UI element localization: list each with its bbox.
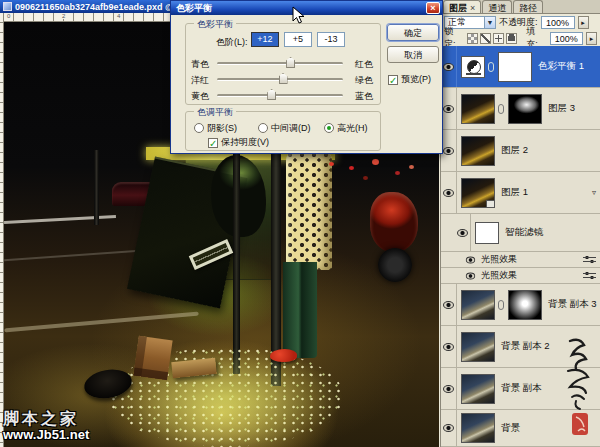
visibility-cell[interactable]	[455, 214, 471, 251]
visibility-cell[interactable]	[441, 410, 457, 446]
ok-button[interactable]: 确定	[387, 24, 439, 41]
tab-label: 图层	[449, 3, 467, 13]
visibility-cell[interactable]	[441, 368, 457, 409]
preview-checkbox[interactable]: ✓预览(P)	[388, 73, 431, 86]
effect-name[interactable]: 光照效果	[481, 253, 517, 266]
tab-layers[interactable]: 图层×	[443, 0, 481, 13]
layer-row-layer-1[interactable]: 图层 1 ▿	[441, 172, 600, 214]
tab-close-icon[interactable]: ×	[470, 3, 475, 13]
layer-mask-thumbnail[interactable]	[508, 290, 542, 320]
lock-all-icon[interactable]	[506, 33, 517, 44]
radio-icon[interactable]	[258, 123, 268, 133]
cancel-button[interactable]: 取消	[387, 46, 439, 63]
layer-name[interactable]: 图层 3	[548, 102, 575, 115]
visibility-cell[interactable]	[441, 284, 457, 325]
eye-icon[interactable]	[457, 229, 468, 237]
layer-thumbnail[interactable]	[461, 94, 495, 124]
radio-midtones[interactable]: 中间调(D)	[258, 122, 311, 135]
tab-label: 路径	[519, 3, 537, 13]
layer-name[interactable]: 背景	[501, 422, 520, 435]
eye-icon[interactable]	[443, 105, 454, 113]
radio-icon[interactable]	[324, 123, 334, 133]
lock-paint-icon[interactable]	[480, 33, 491, 44]
level-input-magenta-green[interactable]: +5	[284, 32, 312, 47]
tab-channels[interactable]: 通道	[482, 0, 512, 13]
checkbox-icon[interactable]: ✓	[388, 75, 398, 85]
layer-row-background-copy-3[interactable]: 背景 副本 3	[441, 284, 600, 326]
layer-thumbnail[interactable]	[461, 178, 495, 208]
slider-left-label: 黄色	[191, 90, 209, 103]
eye-icon[interactable]	[443, 424, 454, 432]
layer-row-background[interactable]: 背景	[441, 410, 600, 447]
tab-paths[interactable]: 路径	[513, 0, 543, 13]
layer-row-background-copy-2[interactable]: 背景 副本 2	[441, 326, 600, 368]
slider-track[interactable]	[217, 94, 343, 97]
layer-name[interactable]: 背景 副本	[501, 382, 542, 395]
eye-icon[interactable]	[443, 189, 454, 197]
radio-highlights[interactable]: 高光(H)	[324, 122, 368, 135]
level-input-yellow-blue[interactable]: -13	[317, 32, 345, 47]
radio-shadows[interactable]: 阴影(S)	[194, 122, 237, 135]
slider-track[interactable]	[217, 62, 343, 65]
tail-lights	[329, 162, 334, 166]
ruler-label: 2	[61, 13, 66, 19]
eye-icon[interactable]	[466, 256, 475, 263]
effect-row-lighting-effects[interactable]: 光照效果	[441, 252, 600, 268]
dialog-titlebar[interactable]: 色彩平衡 ×	[171, 1, 442, 15]
visibility-cell[interactable]	[441, 326, 457, 367]
effect-name[interactable]: 光照效果	[481, 269, 517, 282]
radio-icon[interactable]	[194, 123, 204, 133]
visibility-cell[interactable]	[441, 88, 457, 129]
layer-name[interactable]: 图层 1	[501, 186, 528, 199]
lock-transparency-icon[interactable]	[467, 33, 478, 44]
slider-thumb[interactable]	[279, 73, 288, 84]
filter-blend-options-icon[interactable]	[583, 255, 596, 264]
eye-icon[interactable]	[443, 301, 454, 309]
visibility-cell[interactable]	[441, 130, 457, 171]
slider-thumb[interactable]	[267, 89, 276, 100]
visibility-cell[interactable]	[441, 172, 457, 213]
window-title: 0906211650ab3274afb9e1eade.pxd @	[15, 2, 174, 12]
checkbox-icon[interactable]: ✓	[208, 138, 218, 148]
chevron-down-icon[interactable]: ▼	[484, 17, 495, 28]
layer-name[interactable]: 背景 副本 2	[501, 340, 550, 353]
eye-icon[interactable]	[443, 147, 454, 155]
fill-arrow-icon[interactable]: ▸	[586, 32, 597, 45]
filter-blend-options-icon[interactable]	[583, 271, 596, 280]
preserve-luminosity-checkbox[interactable]: ✓保持明度(V)	[208, 136, 269, 149]
visibility-cell[interactable]	[441, 46, 457, 87]
layer-thumbnail[interactable]	[461, 290, 495, 320]
layer-row-layer-3[interactable]: 图层 3	[441, 88, 600, 130]
layer-name[interactable]: 智能滤镜	[505, 226, 543, 239]
eye-icon[interactable]	[443, 343, 454, 351]
layer-thumbnail[interactable]	[461, 374, 495, 404]
layer-thumbnail[interactable]	[461, 413, 495, 443]
smart-filter-mask-thumbnail[interactable]	[475, 222, 499, 244]
eye-icon[interactable]	[443, 63, 454, 71]
layer-name[interactable]: 色彩平衡 1	[538, 60, 584, 73]
eye-icon[interactable]	[466, 272, 475, 279]
layer-thumbnail[interactable]	[461, 332, 495, 362]
fill-value[interactable]: 100%	[550, 32, 584, 45]
layer-row-smart-filters[interactable]: 智能滤镜	[441, 214, 600, 252]
layer-thumbnail[interactable]	[461, 136, 495, 166]
slider-thumb[interactable]	[286, 57, 295, 68]
layer-row-background-copy[interactable]: 背景 副本	[441, 368, 600, 410]
layer-mask-thumbnail[interactable]	[508, 94, 542, 124]
opacity-arrow-icon[interactable]: ▸	[578, 16, 589, 29]
slider-left-label: 青色	[191, 58, 209, 71]
smart-filter-expand-icon[interactable]: ▿	[592, 188, 596, 197]
layer-name[interactable]: 背景 副本 3	[548, 298, 597, 311]
layer-mask-thumbnail[interactable]	[498, 52, 532, 82]
shelter-pole	[233, 150, 240, 374]
close-icon[interactable]: ×	[426, 2, 440, 14]
slider-track[interactable]	[217, 78, 343, 81]
eye-icon[interactable]	[443, 385, 454, 393]
level-input-cyan-red[interactable]: +12	[251, 32, 279, 47]
lock-position-icon[interactable]	[493, 33, 504, 44]
layer-row-layer-2[interactable]: 图层 2	[441, 130, 600, 172]
layer-name[interactable]: 图层 2	[501, 144, 528, 157]
effect-row-lighting-effects[interactable]: 光照效果	[441, 268, 600, 284]
layer-row-color-balance-1[interactable]: 色彩平衡 1	[441, 46, 600, 88]
adjustment-layer-thumbnail[interactable]	[461, 56, 485, 78]
